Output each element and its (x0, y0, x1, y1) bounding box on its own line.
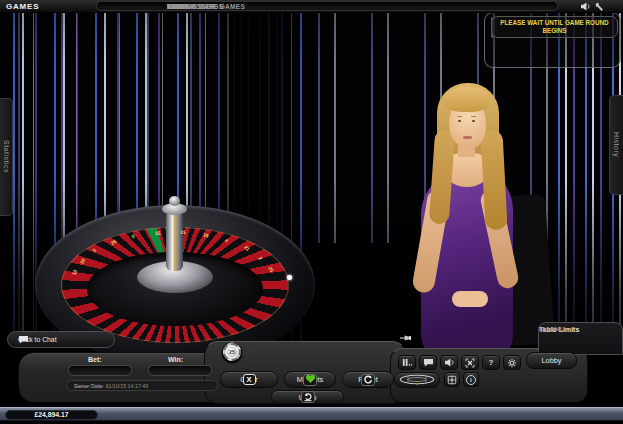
game-code: Game Code: - (74, 383, 107, 389)
win-label: Win: (168, 356, 183, 363)
wheel-turret (166, 211, 183, 271)
fullscreen-icon[interactable] (461, 355, 479, 370)
chip-face: 25 (223, 343, 241, 361)
undo-icon (301, 391, 315, 403)
menu-item-progressive-games[interactable]: PROGRESSIVE GAMES (167, 3, 245, 10)
main-menu: NEWSLOTSTABLE & CARDSVIDEO POKERARCADEPR… (96, 1, 558, 11)
racetrack-icon[interactable] (394, 372, 440, 388)
history-tab-label: History (613, 132, 620, 157)
view-mode-icon[interactable] (398, 355, 416, 370)
chat-toggle-icon[interactable] (419, 355, 437, 370)
balance-display: £24,894.17 (5, 410, 98, 421)
chat-bubble-icon (8, 335, 19, 344)
chip-value: 25 (229, 349, 235, 355)
statistics-tab[interactable]: Statistics (0, 98, 13, 216)
wheel-number: 0 (131, 234, 135, 240)
games-logo: GAMES (6, 2, 39, 11)
top-menu-bar: GAMES NEWSLOTSTABLE & CARDSVIDEO POKERAR… (0, 0, 623, 13)
wheel-number: 2 (257, 256, 263, 261)
click-to-chat-button[interactable]: Click to Chat (7, 331, 115, 348)
rebet-button[interactable]: Rebet (342, 371, 394, 388)
wheel-turret-knob (169, 196, 180, 206)
table-limits-box: Table Limits Straight Up: £5 - £10 (538, 322, 623, 355)
bet-value-field (68, 365, 132, 376)
settings-gear-icon[interactable] (503, 355, 521, 370)
win-value-field (148, 365, 212, 376)
wrench-icon[interactable] (595, 2, 607, 12)
wheel-number: 26 (110, 239, 117, 246)
neighbours-icon[interactable] (444, 372, 460, 387)
live-roulette-window: 12353260321519421225 (0, 0, 623, 424)
sound-icon[interactable] (580, 2, 592, 12)
status-bar: £24,894.17 (0, 407, 623, 421)
info-glyph: i (470, 376, 472, 383)
rebet-icon (361, 374, 375, 386)
wheel-number: 4 (224, 238, 229, 244)
wheel-number: 21 (243, 245, 250, 252)
help-icon[interactable]: ? (482, 355, 500, 370)
help-glyph: ? (489, 358, 494, 367)
roulette-ball (287, 275, 292, 280)
clear-x-icon: X (243, 374, 256, 385)
pin-icon[interactable] (400, 334, 414, 343)
dealer-hands (452, 291, 488, 307)
sound-toggle-icon[interactable] (440, 355, 458, 370)
my-bets-button[interactable]: My Bets (284, 371, 336, 388)
wheel-number: 25 (267, 266, 274, 273)
clear-button[interactable]: Clear X (220, 371, 278, 388)
wheel-number: 19 (203, 232, 210, 238)
wheel-number: 32 (155, 230, 161, 236)
lobby-button[interactable]: Lobby (526, 352, 577, 369)
statistics-tab-label: Statistics (3, 140, 10, 173)
wheel-number: 3 (92, 248, 98, 253)
wheel-number: 15 (179, 230, 185, 235)
lobby-label: Lobby (542, 356, 562, 365)
server-info-bar: Server Time: 31/10/15 14:17:49 Game Code… (66, 380, 218, 391)
bet-label: Bet: (88, 356, 102, 363)
my-bets-icon (303, 374, 317, 386)
history-tab[interactable]: History (609, 95, 623, 195)
wheel-number: 35 (79, 258, 86, 265)
game-status-panel: PLEASE WAIT UNTIL GAME ROUND BEGINS (484, 12, 621, 68)
undo-button[interactable]: Undo (271, 390, 344, 404)
info-icon[interactable]: i (463, 372, 479, 387)
chip-row: 0.100.250.50151025 (222, 343, 392, 373)
table-limits-range: £5 - £10 (539, 326, 560, 334)
wheel-number: 12 (72, 269, 79, 276)
wait-message: PLEASE WAIT UNTIL GAME ROUND BEGINS (491, 16, 618, 38)
